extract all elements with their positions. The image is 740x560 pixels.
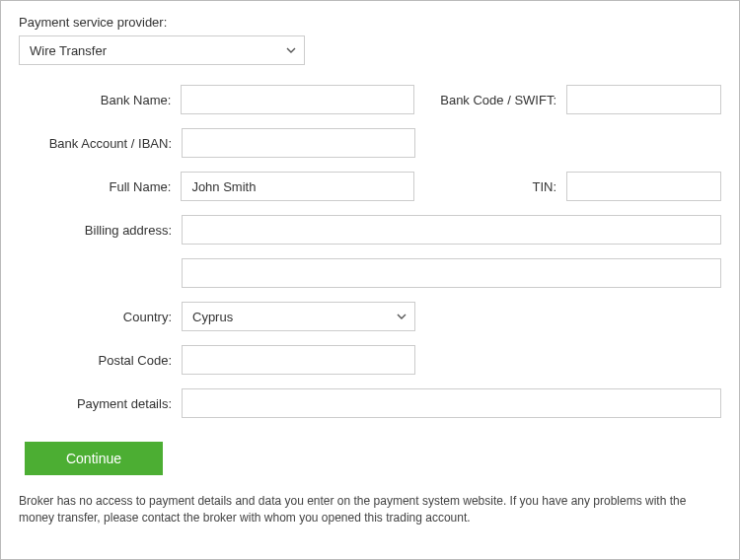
full-name-label: Full Name:	[19, 179, 181, 194]
billing-address-label: Billing address:	[19, 223, 182, 238]
bank-code-label: Bank Code / SWIFT:	[414, 93, 566, 107]
row-bank-account: Bank Account / IBAN:	[19, 128, 721, 158]
row-postal-code: Postal Code:	[19, 345, 721, 375]
bank-name-field[interactable]	[181, 85, 413, 114]
row-country: Country: Cyprus	[19, 302, 721, 331]
bank-account-field[interactable]	[182, 128, 415, 158]
billing-address2-field[interactable]	[182, 258, 721, 288]
bank-code-field[interactable]	[566, 85, 721, 114]
billing-address-field[interactable]	[182, 215, 721, 245]
row-full-name: Full Name: TIN:	[19, 172, 721, 201]
bank-account-label: Bank Account / IBAN:	[19, 136, 182, 151]
postal-code-field[interactable]	[182, 345, 415, 375]
full-name-field[interactable]	[181, 172, 413, 201]
postal-code-label: Postal Code:	[19, 353, 182, 368]
disclaimer-text: Broker has no access to payment details …	[19, 493, 721, 526]
provider-label: Payment service provider:	[19, 15, 721, 30]
row-billing-address: Billing address:	[19, 215, 721, 245]
payment-details-label: Payment details:	[19, 396, 182, 411]
row-bank-name: Bank Name: Bank Code / SWIFT:	[19, 85, 721, 114]
tin-field[interactable]	[566, 172, 721, 201]
payment-form-panel: Payment service provider: Wire Transfer …	[0, 0, 740, 560]
provider-select[interactable]: Wire Transfer	[19, 35, 305, 65]
bank-name-label: Bank Name:	[19, 93, 181, 107]
payment-details-field[interactable]	[182, 388, 721, 418]
row-payment-details: Payment details:	[19, 388, 721, 418]
country-select[interactable]: Cyprus	[182, 302, 415, 331]
row-billing-address2	[182, 258, 721, 288]
continue-button[interactable]: Continue	[25, 442, 163, 475]
provider-select-value: Wire Transfer	[19, 35, 305, 65]
country-label: Country:	[19, 310, 182, 324]
tin-label: TIN:	[414, 179, 566, 194]
country-select-value: Cyprus	[182, 302, 415, 331]
form-body: Bank Name: Bank Code / SWIFT: Bank Accou…	[19, 85, 721, 526]
